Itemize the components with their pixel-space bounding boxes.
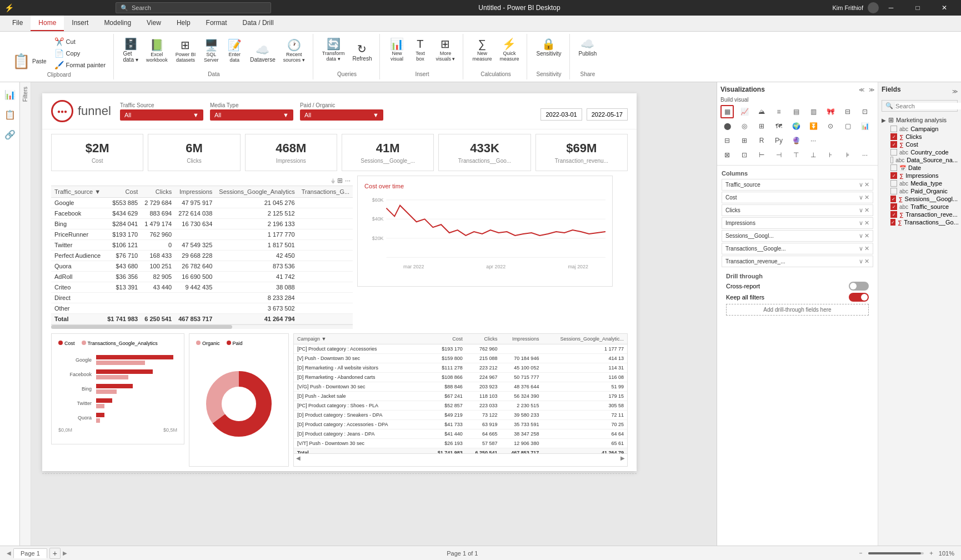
fields-item-traffic-source[interactable]: ✓ abc Traffic_source (882, 203, 958, 211)
tab-help[interactable]: Help (169, 16, 198, 31)
viz-more[interactable]: ··· (807, 134, 820, 147)
fields-item-impressions[interactable]: ✓ ∑ Impressions (882, 172, 958, 179)
zoom-slider[interactable] (868, 552, 924, 554)
expand-icon[interactable]: ⊞ (337, 177, 343, 184)
viz-icon2-9[interactable]: ··· (858, 148, 872, 162)
viz-stacked-bar[interactable]: ▤ (789, 105, 803, 118)
viz-kpi[interactable]: 📊 (858, 119, 872, 133)
transform-data-button[interactable]: 🔄Transformdata ▾ (319, 36, 348, 64)
power-bi-datasets-button[interactable]: ⊞Power BIdatasets (172, 37, 199, 65)
tab-modeling[interactable]: Modeling (96, 16, 139, 31)
nav-report-icon[interactable]: 📊 (2, 87, 18, 102)
fields-checkbox-paid-organic[interactable] (890, 188, 897, 194)
paste-button[interactable]: 📋 Paste (9, 52, 50, 71)
window-controls[interactable]: ─ □ ✕ (879, 0, 957, 16)
fields-checkbox-country[interactable] (890, 149, 897, 156)
date-to[interactable]: 2022-05-17 (587, 108, 628, 121)
fields-item-country-code[interactable]: abc Country_code (882, 148, 958, 156)
th-source[interactable]: Traffic_source ▼ (51, 186, 104, 198)
fields-checkbox-date[interactable] (890, 164, 897, 171)
canvas-area[interactable]: ●●● funnel Traffic Source All ▼ (31, 82, 717, 546)
media-type-select[interactable]: All ▼ (210, 109, 293, 121)
th-sessions[interactable]: Sessions_Google_Analytics (216, 186, 298, 198)
th-clicks[interactable]: Clicks (141, 186, 175, 198)
nav-model-icon[interactable]: 🔗 (2, 127, 18, 142)
minimize-button[interactable]: ─ (879, 0, 903, 16)
fields-item-clicks[interactable]: ✓ ∑ Clicks (882, 133, 958, 141)
fields-item-media-type[interactable]: abc Media_type (882, 179, 958, 187)
tab-data-drill[interactable]: Data / Drill (235, 16, 282, 31)
fields-checkbox-traffic-source[interactable]: ✓ (890, 203, 897, 210)
col-close-clicks[interactable]: ✕ (864, 207, 869, 214)
viz-icon2-1[interactable]: ⊠ (720, 148, 734, 162)
cross-report-toggle[interactable] (849, 282, 869, 291)
fields-item-cost[interactable]: ✓ ∑ Cost (882, 141, 958, 148)
new-measure-button[interactable]: ∑Newmeasure (469, 36, 495, 64)
fields-checkbox-sessions[interactable]: ✓ (890, 196, 896, 202)
fields-item-trans-revenue[interactable]: ✓ ∑ Transaction_reve... (882, 211, 958, 218)
th-camp-clicks[interactable]: Clicks (466, 334, 501, 344)
th-camp-impressions[interactable]: Impressions (501, 334, 543, 344)
fields-checkbox-impressions[interactable]: ✓ (890, 172, 897, 179)
fields-item-data-source[interactable]: abc Data_Source_na... (882, 156, 958, 164)
scroll-left[interactable]: ◀ (296, 455, 301, 461)
viz-waterfall[interactable]: ⊟ (841, 105, 854, 118)
fields-checkbox-transactions-go[interactable]: ✓ (890, 219, 895, 226)
fields-checkbox-datasource[interactable] (890, 157, 893, 163)
format-painter-button[interactable]: 🖌️Format painter (51, 59, 109, 71)
excel-workbook-button[interactable]: 📗Excelworkbook (143, 37, 171, 65)
viz-table[interactable]: ⊟ (720, 134, 734, 147)
viz-map[interactable]: 🗺 (772, 119, 785, 133)
get-data-button[interactable]: 🗄️Getdata ▾ (119, 36, 142, 65)
col-expand-clicks[interactable]: ∨ (859, 207, 863, 214)
col-expand-impressions[interactable]: ∨ (859, 219, 863, 227)
title-search-bar[interactable]: 🔍 Search (116, 2, 271, 13)
tab-format[interactable]: Format (198, 16, 235, 31)
col-expand-traffic[interactable]: ∨ (859, 181, 863, 188)
fields-item-transactions-go[interactable]: ✓ ∑ Transactions__Go... (882, 218, 958, 226)
dataverse-button[interactable]: ☁️Dataverse (247, 42, 279, 65)
fields-item-paid-organic[interactable]: abc Paid_Organic (882, 187, 958, 195)
sensitivity-button[interactable]: 🔒Sensitivity (533, 36, 564, 59)
viz-line-chart[interactable]: 📈 (738, 105, 751, 118)
tab-home[interactable]: Home (31, 16, 64, 31)
viz-treemap[interactable]: ⊞ (755, 119, 768, 133)
publish-button[interactable]: ☁️Publish (575, 36, 600, 59)
more-visuals-button[interactable]: ⊞Morevisuals ▾ (432, 36, 458, 64)
copy-button[interactable]: 📄Copy (51, 48, 109, 59)
tab-insert[interactable]: Insert (64, 16, 96, 31)
keep-filters-toggle[interactable] (849, 293, 869, 302)
col-expand-cost[interactable]: ∨ (859, 194, 863, 201)
fields-checkbox-campaign[interactable] (890, 126, 897, 132)
viz-donut[interactable]: ◎ (738, 119, 751, 133)
viz-python-visual[interactable]: Py (772, 134, 785, 147)
viz-icon2-7[interactable]: ⊦ (824, 148, 837, 162)
viz-area-chart[interactable]: ⛰ (755, 105, 768, 118)
viz-ai-visual[interactable]: 🔮 (789, 134, 803, 147)
tab-file[interactable]: File (4, 16, 31, 31)
fields-checkbox-clicks[interactable]: ✓ (890, 133, 897, 140)
maximize-button[interactable]: □ (905, 0, 930, 16)
viz-pie[interactable]: ⬤ (720, 119, 734, 133)
col-close-traffic[interactable]: ✕ (864, 181, 869, 188)
recent-sources-button[interactable]: 🕐Recentsources ▾ (280, 37, 308, 65)
viz-matrix[interactable]: ⊞ (738, 134, 751, 147)
add-drill-through-button[interactable]: Add drill-through fields here (726, 304, 869, 316)
th-campaign[interactable]: Campaign ▼ (294, 334, 428, 344)
col-close-rev[interactable]: ✕ (864, 258, 869, 265)
viz-icon2-6[interactable]: ⊥ (807, 148, 820, 162)
add-page-button[interactable]: + (49, 548, 61, 559)
text-box-button[interactable]: TTextbox (409, 36, 431, 64)
close-button[interactable]: ✕ (932, 0, 957, 16)
viz-scatter[interactable]: ⊡ (858, 105, 872, 118)
table-scroll[interactable]: Traffic_source ▼ Cost Clicks Impressions… (51, 186, 353, 324)
fields-item-campaign[interactable]: abc Campaign (882, 125, 958, 133)
fields-search-box[interactable]: 🔍 (882, 100, 958, 112)
fields-item-date[interactable]: 📅 Date (882, 164, 958, 172)
fields-checkbox-media-type[interactable] (890, 180, 897, 187)
viz-expand-arrow[interactable]: ≪ (859, 87, 864, 93)
viz-combo-chart[interactable]: ≡ (772, 105, 785, 118)
cut-button[interactable]: ✂️Cut (51, 36, 109, 47)
tab-view[interactable]: View (139, 16, 169, 31)
col-close-sessions[interactable]: ✕ (864, 232, 869, 239)
